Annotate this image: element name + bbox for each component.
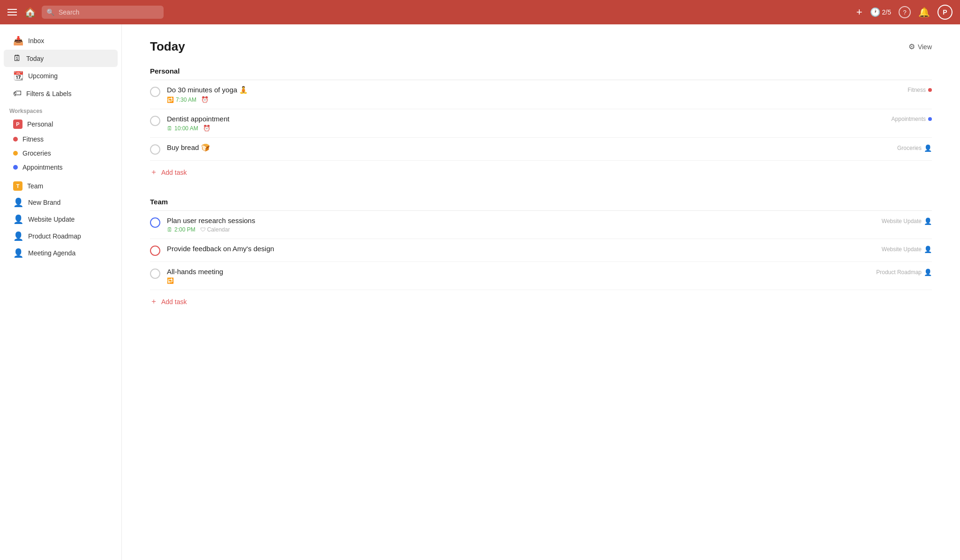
sidebar: 📥 Inbox 🗓 Today 📆 Upcoming 🏷 Filters & L… <box>0 24 122 560</box>
label-dot-yoga <box>928 88 932 92</box>
task-row: Buy bread 🍞 Groceries 👤 <box>150 138 932 161</box>
add-button[interactable]: + <box>856 6 862 18</box>
new-brand-icon: 👤 <box>13 197 23 208</box>
sidebar-item-personal[interactable]: P Personal <box>4 116 118 132</box>
task-row: Plan user research sessions 🗓 2:00 PM 🛡 … <box>150 211 932 239</box>
workspace-label: Groceries <box>22 149 51 157</box>
sidebar-item-team[interactable]: T Team <box>4 178 118 194</box>
task-meta-research: 🗓 2:00 PM 🛡 Calendar <box>167 226 932 233</box>
task-name-dentist: Dentist appointment <box>167 115 932 123</box>
task-checkbox-research[interactable] <box>150 217 160 228</box>
workspace-label: New Brand <box>28 199 60 206</box>
task-content-bread: Buy bread 🍞 <box>167 143 932 154</box>
task-content-feedback: Provide feedback on Amy's design <box>167 245 932 254</box>
add-task-label-team: Add task <box>161 298 187 306</box>
task-content-yoga: Do 30 minutes of yoga 🧘 🔁 7:30 AM ⏰ <box>167 86 932 103</box>
avatar[interactable]: P <box>938 5 952 20</box>
task-name-research: Plan user research sessions <box>167 217 932 224</box>
workspace-label: Personal <box>27 120 53 128</box>
task-checkbox-yoga[interactable] <box>150 87 160 97</box>
task-meta-dentist: 🗓 10:00 AM ⏰ <box>167 125 932 132</box>
progress-indicator[interactable]: 🕐 2/5 <box>870 7 891 17</box>
add-icon: ＋ <box>150 167 158 177</box>
alarm-icon-yoga: ⏰ <box>201 96 209 103</box>
layout: 📥 Inbox 🗓 Today 📆 Upcoming 🏷 Filters & L… <box>0 24 960 560</box>
task-time-research: 🗓 2:00 PM <box>167 226 195 233</box>
repeat-icon: 🔁 <box>167 97 174 103</box>
progress-label: 2/5 <box>882 8 891 16</box>
add-task-team[interactable]: ＋ Add task <box>150 290 932 308</box>
sidebar-item-filters[interactable]: 🏷 Filters & Labels <box>4 85 118 102</box>
alarm-icon-dentist: ⏰ <box>203 125 210 132</box>
page-title: Today <box>150 39 185 54</box>
workspace-label: Team <box>27 182 43 190</box>
sidebar-item-product-roadmap[interactable]: 👤 Product Roadmap <box>4 228 118 245</box>
add-task-personal[interactable]: ＋ Add task <box>150 161 932 179</box>
task-name-feedback: Provide feedback on Amy's design <box>167 245 932 253</box>
task-label-dentist: Appointments <box>892 116 932 122</box>
task-checkbox-bread[interactable] <box>150 144 160 155</box>
workspace-label: Website Update <box>28 216 75 223</box>
repeat-icon-allhands: 🔁 <box>167 277 174 284</box>
sidebar-item-label: Inbox <box>28 37 44 45</box>
sidebar-item-website-update[interactable]: 👤 Website Update <box>4 211 118 228</box>
notifications-button[interactable]: 🔔 <box>918 7 930 18</box>
sidebar-item-label: Upcoming <box>28 72 58 80</box>
task-content-allhands: All-hands meeting 🔁 <box>167 268 932 284</box>
sidebar-item-new-brand[interactable]: 👤 New Brand <box>4 194 118 211</box>
task-checkbox-allhands[interactable] <box>150 269 160 279</box>
sidebar-item-appointments[interactable]: Appointments <box>4 160 118 174</box>
person-icon-research: 👤 <box>924 217 932 225</box>
search-input[interactable] <box>42 6 164 19</box>
workspaces-label: Workspaces <box>0 102 121 116</box>
filters-icon: 🏷 <box>13 89 22 98</box>
sidebar-item-fitness[interactable]: Fitness <box>4 132 118 146</box>
workspace-label: Fitness <box>22 135 44 143</box>
menu-icon[interactable] <box>8 9 17 15</box>
task-checkbox-dentist[interactable] <box>150 116 160 126</box>
sidebar-item-inbox[interactable]: 📥 Inbox <box>4 32 118 50</box>
workspace-label: Appointments <box>22 164 63 171</box>
personal-section-title: Personal <box>150 67 932 80</box>
topbar-right: + 🕐 2/5 ? 🔔 P <box>856 5 952 20</box>
search-wrapper: 🔍 <box>42 6 164 19</box>
personal-section: Personal Do 30 minutes of yoga 🧘 🔁 7:30 … <box>150 67 932 179</box>
task-name-yoga: Do 30 minutes of yoga 🧘 <box>167 86 932 94</box>
appointments-icon <box>13 165 18 170</box>
task-row: Provide feedback on Amy's design Website… <box>150 239 932 262</box>
task-row: Do 30 minutes of yoga 🧘 🔁 7:30 AM ⏰ Fitn… <box>150 80 932 109</box>
person-icon-bread: 👤 <box>924 144 932 152</box>
meeting-agenda-icon: 👤 <box>13 248 23 258</box>
task-checkbox-feedback[interactable] <box>150 246 160 256</box>
task-row: All-hands meeting 🔁 Product Roadmap 👤 <box>150 262 932 290</box>
calendar-icon-research: 🗓 <box>167 226 172 233</box>
task-time-dentist: 🗓 10:00 AM <box>167 125 198 132</box>
product-roadmap-icon: 👤 <box>13 231 23 241</box>
main-header: Today ⚙ View <box>150 39 932 54</box>
fitness-icon <box>13 137 18 142</box>
sidebar-item-upcoming[interactable]: 📆 Upcoming <box>4 67 118 85</box>
task-label-research: Website Update 👤 <box>882 217 932 225</box>
task-name-bread: Buy bread 🍞 <box>167 143 932 152</box>
home-icon[interactable]: 🏠 <box>24 7 36 18</box>
sidebar-item-groceries[interactable]: Groceries <box>4 146 118 160</box>
person-icon-allhands: 👤 <box>924 269 932 276</box>
sidebar-item-meeting-agenda[interactable]: 👤 Meeting Agenda <box>4 245 118 261</box>
task-content-research: Plan user research sessions 🗓 2:00 PM 🛡 … <box>167 217 932 233</box>
groceries-icon <box>13 151 18 156</box>
inbox-icon: 📥 <box>13 36 23 46</box>
upcoming-icon: 📆 <box>13 71 23 81</box>
help-button[interactable]: ? <box>899 6 911 18</box>
main-content: Today ⚙ View Personal Do 30 minutes of y… <box>122 24 960 560</box>
team-section-title: Team <box>150 198 932 211</box>
sidebar-item-today[interactable]: 🗓 Today <box>4 50 118 67</box>
personal-icon: P <box>13 119 22 129</box>
team-section: Team Plan user research sessions 🗓 2:00 … <box>150 198 932 308</box>
view-button[interactable]: ⚙ View <box>908 42 932 51</box>
task-meta-allhands: 🔁 <box>167 277 932 284</box>
task-meta-yoga: 🔁 7:30 AM ⏰ <box>167 96 932 103</box>
task-name-allhands: All-hands meeting <box>167 268 932 276</box>
workspace-label: Meeting Agenda <box>28 249 75 257</box>
task-row: Dentist appointment 🗓 10:00 AM ⏰ Appoint… <box>150 109 932 138</box>
add-icon-team: ＋ <box>150 297 158 306</box>
